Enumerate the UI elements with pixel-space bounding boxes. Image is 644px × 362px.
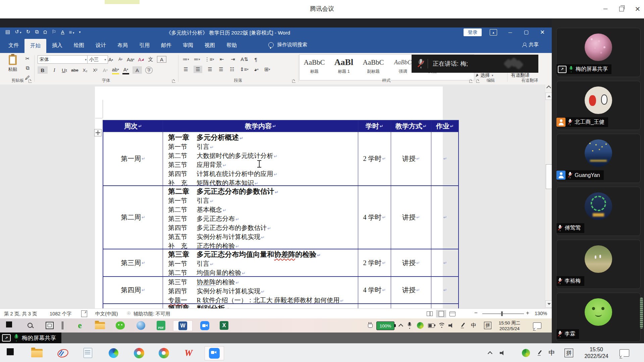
font-name-combo[interactable]: 宋体▾ bbox=[38, 55, 89, 64]
grow-font-icon[interactable]: A▴ bbox=[107, 56, 114, 63]
distribute-icon[interactable]: ☷ bbox=[229, 66, 235, 73]
tab-design[interactable]: 设计 bbox=[90, 38, 112, 53]
show-marks-icon[interactable]: ¶ bbox=[253, 56, 259, 63]
ime-mode-indicator[interactable]: 拼 bbox=[561, 346, 576, 360]
decrease-indent-icon[interactable]: ⇤ bbox=[218, 56, 225, 63]
file-explorer-button[interactable] bbox=[93, 320, 107, 330]
mic-tray-icon[interactable] bbox=[406, 320, 413, 330]
align-right-icon[interactable]: ☰ bbox=[207, 66, 213, 73]
paragraph-launcher-icon[interactable] bbox=[292, 79, 296, 83]
meeting-close-button[interactable]: ✕ bbox=[633, 4, 643, 14]
tab-help[interactable]: 帮助 bbox=[221, 38, 243, 53]
underline-a-icon[interactable]: A bbox=[61, 29, 64, 35]
page-indicator[interactable]: 第 2 页, 共 3 页 bbox=[4, 311, 37, 317]
action-center-icon[interactable] bbox=[532, 320, 542, 330]
safety-360-icon[interactable] bbox=[416, 320, 425, 330]
increase-indent-icon[interactable]: ⇥ bbox=[229, 56, 236, 63]
wechat-button[interactable] bbox=[113, 320, 127, 330]
language-indicator[interactable]: 中文(中国) bbox=[95, 311, 118, 317]
ime-mode-indicator[interactable]: 拼 bbox=[481, 320, 494, 330]
snipping-tool-button[interactable] bbox=[55, 346, 70, 360]
style-card-heading1[interactable]: AaBl 标题 1 bbox=[329, 55, 359, 80]
symbol-icon[interactable]: Ω bbox=[43, 29, 47, 35]
tab-mailings[interactable]: 邮件 bbox=[155, 38, 177, 53]
volume-icon[interactable] bbox=[498, 346, 507, 360]
volume-icon[interactable] bbox=[447, 320, 455, 330]
word-maximize-button[interactable]: ▢ bbox=[522, 28, 531, 36]
excel-app-button[interactable]: X bbox=[217, 320, 231, 330]
tab-references[interactable]: 引用 bbox=[133, 38, 155, 53]
spellcheck-icon[interactable]: ✗ bbox=[81, 310, 87, 317]
superscript-button[interactable]: X² bbox=[92, 66, 99, 74]
zoom-in-button[interactable]: + bbox=[526, 310, 529, 316]
notepad-button[interactable] bbox=[80, 346, 95, 360]
start-button[interactable] bbox=[4, 346, 19, 360]
cut-icon[interactable]: ✂ bbox=[24, 55, 31, 62]
table-move-handle[interactable] bbox=[94, 129, 102, 136]
style-card-subtitle[interactable]: AaBbC 副标题 bbox=[359, 55, 388, 80]
task-view-button[interactable] bbox=[43, 320, 56, 330]
clipboard-launcher-icon[interactable] bbox=[29, 79, 32, 83]
undo-icon[interactable]: ↺ ▾ bbox=[15, 29, 21, 35]
zoom-slider-handle[interactable] bbox=[501, 311, 503, 316]
word-close-button[interactable]: ✕ bbox=[538, 28, 547, 36]
zoom-level[interactable]: 130% bbox=[535, 311, 547, 316]
read-mode-icon[interactable] bbox=[425, 310, 435, 317]
web-layout-icon[interactable] bbox=[447, 310, 458, 317]
meeting-app-button[interactable] bbox=[205, 346, 224, 360]
participant-tile[interactable]: 傅莺莺 bbox=[556, 187, 641, 236]
flag-icon[interactable]: ⚐ bbox=[52, 29, 56, 35]
font-color-icon[interactable]: A▾ bbox=[122, 66, 129, 74]
print-layout-icon[interactable] bbox=[436, 310, 446, 317]
document-area[interactable]: 周次 教学内容 学时 教学方式 作业 第一周 第一章多元分析概述 第一节引言 第… bbox=[0, 84, 552, 308]
tab-review[interactable]: 审阅 bbox=[177, 38, 199, 53]
line-spacing-icon[interactable]: ⇕≡▾ bbox=[240, 66, 249, 73]
sort-icon[interactable]: A⇅ bbox=[240, 56, 248, 63]
bullets-icon[interactable]: ≔▾ bbox=[182, 56, 189, 63]
underline-button[interactable]: U▾ bbox=[61, 66, 68, 74]
text-effects-icon[interactable]: A▾ bbox=[102, 66, 109, 74]
hidden-icons-chevron[interactable] bbox=[397, 320, 405, 330]
browser-globe-button[interactable] bbox=[134, 320, 148, 330]
document-scrollbar[interactable] bbox=[545, 84, 552, 308]
paragraph-lines-icon[interactable]: ≡ ▾ bbox=[69, 29, 74, 35]
collapse-ribbon-icon[interactable] bbox=[546, 85, 551, 89]
browser-360-button[interactable] bbox=[131, 346, 146, 360]
paste-button[interactable]: 粘贴 bbox=[4, 55, 21, 72]
character-border-icon[interactable]: A bbox=[157, 56, 166, 63]
word-count[interactable]: 1082 个字 bbox=[50, 311, 71, 317]
bold-button[interactable]: B bbox=[38, 66, 48, 74]
subscript-button[interactable]: X₂ bbox=[82, 66, 89, 74]
change-case-icon[interactable]: Aa▾ bbox=[127, 56, 135, 63]
scroll-down-button[interactable] bbox=[545, 300, 552, 308]
share-button[interactable]: 共享 bbox=[522, 42, 539, 48]
styles-launcher-icon[interactable] bbox=[469, 79, 473, 83]
align-center-icon[interactable]: ☰ bbox=[194, 66, 202, 73]
tab-file[interactable]: 文件 bbox=[3, 38, 24, 53]
panel-scrollbar[interactable] bbox=[640, 298, 643, 328]
align-left-icon[interactable]: ☰ bbox=[182, 66, 189, 73]
italic-button[interactable]: I bbox=[51, 66, 58, 74]
login-button[interactable]: 登录 bbox=[464, 28, 482, 36]
font-size-combo[interactable]: 小三▾ bbox=[87, 55, 108, 64]
justify-icon[interactable]: ☰ bbox=[218, 66, 224, 73]
word-app-button[interactable]: W bbox=[173, 320, 193, 331]
safety-tray-icon[interactable] bbox=[521, 346, 531, 360]
enclose-char-icon[interactable]: 字 bbox=[145, 67, 153, 74]
style-card-normal[interactable]: AaBbC 标题 bbox=[300, 55, 329, 80]
clock[interactable]: 15:50 周二 2022/5/24 bbox=[494, 320, 525, 332]
clear-format-icon[interactable]: A◢ bbox=[138, 56, 144, 63]
scrollbar-thumb[interactable] bbox=[546, 164, 552, 189]
tab-home[interactable]: 开始 bbox=[24, 39, 46, 53]
strikethrough-button[interactable]: abe bbox=[71, 66, 78, 74]
action-center-icon[interactable] bbox=[619, 346, 630, 360]
tab-insert[interactable]: 插入 bbox=[46, 38, 68, 53]
ime-language-indicator[interactable]: 中 bbox=[547, 346, 556, 360]
file-explorer-button[interactable] bbox=[30, 346, 44, 360]
participant-tile[interactable]: 李裕梅 bbox=[556, 240, 641, 289]
accessibility-status[interactable]: 辅助功能: 不可用 bbox=[133, 311, 170, 317]
redo-icon[interactable]: ↻ bbox=[26, 29, 31, 35]
tell-me-search[interactable]: 操作说明搜索 bbox=[268, 42, 307, 48]
shading-icon[interactable]: ◕▾ bbox=[253, 66, 260, 73]
battery-tray-icon[interactable] bbox=[427, 320, 435, 330]
